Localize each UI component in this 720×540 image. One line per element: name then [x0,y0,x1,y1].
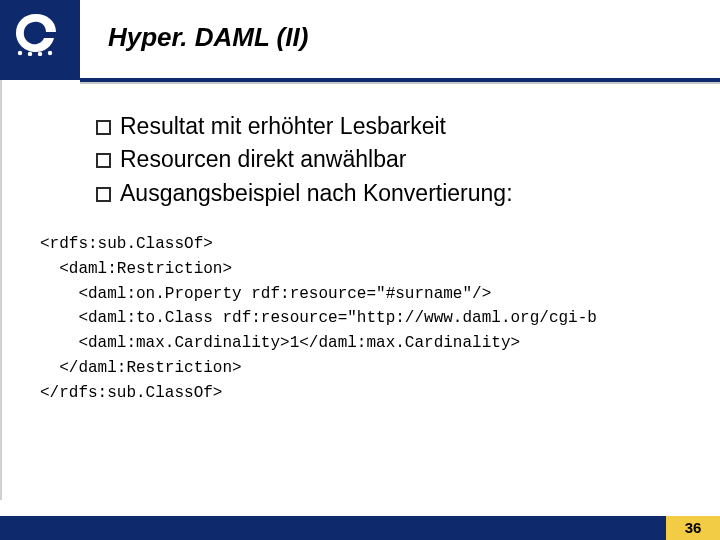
svg-point-3 [48,51,52,55]
code-line: <daml:to.Class rdf:resource="http://www.… [40,309,597,327]
code-line: </rdfs:sub.ClassOf> [40,384,222,402]
code-line: </daml:Restriction> [40,359,242,377]
list-item: Resultat mit erhöhter Lesbarkeit [92,110,652,143]
swirl-icon [12,12,60,56]
list-item: Ausgangsbeispiel nach Konvertierung: [92,177,652,210]
left-stripe [0,80,10,500]
svg-point-2 [38,52,42,56]
code-line: <daml:max.Cardinality>1</daml:max.Cardin… [40,334,520,352]
list-item: Resourcen direkt anwählbar [92,143,652,176]
svg-point-0 [18,51,22,55]
logo-block [0,0,80,80]
slide-root: Hyper. DAML (II) Resultat mit erhöhter L… [0,0,720,540]
svg-point-1 [28,52,32,56]
code-block: <rdfs:sub.ClassOf> <daml:Restriction> <d… [40,232,680,406]
code-line: <daml:on.Property rdf:resource="#surname… [40,285,491,303]
page-title: Hyper. DAML (II) [108,22,308,53]
code-line: <rdfs:sub.ClassOf> [40,235,213,253]
bullet-list: Resultat mit erhöhter Lesbarkeit Resourc… [92,110,652,210]
bottom-bar [0,516,720,540]
page-number-badge: 36 [666,516,720,540]
title-divider-shadow [80,82,720,84]
code-line: <daml:Restriction> [40,260,232,278]
